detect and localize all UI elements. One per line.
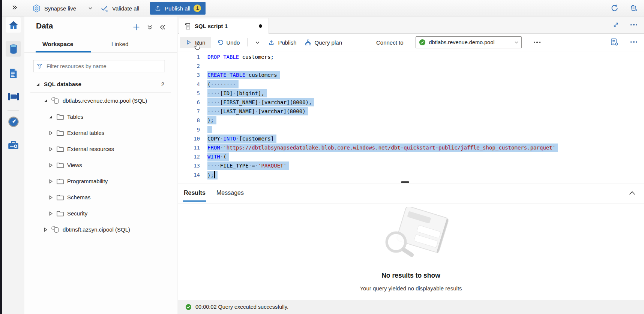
line-number: 1 (178, 54, 200, 60)
no-results-title: No results to show (178, 272, 644, 280)
more-actions-icon[interactable] (630, 24, 638, 25)
connected-check-icon (419, 39, 426, 46)
expand-node-icon[interactable] (48, 195, 54, 200)
code-line-9[interactable]: 9 (178, 125, 644, 134)
query-plan-button[interactable]: Query plan (301, 37, 346, 48)
tree-item-external-resources[interactable]: External resources (24, 141, 177, 157)
code-line-7[interactable]: 7····[LAST_NAME]·[varchar](8000) (178, 107, 644, 116)
code-line-13[interactable]: 13····FILE_TYPE·=·'PARQUET' (178, 161, 644, 170)
run-play-icon (186, 39, 192, 45)
environment-selector[interactable]: Synapse live (32, 3, 93, 14)
collapse-node-icon[interactable] (42, 99, 48, 103)
nav-monitor[interactable] (6, 114, 21, 129)
expand-node-icon[interactable] (48, 163, 54, 167)
status-text: 00:00:02 Query executed successfully. (195, 304, 288, 310)
tree-item-dbtmsft-azsyn-cipool-sql[interactable]: dbtmsft.azsyn.cipool (SQL) (24, 221, 177, 238)
expand-node-icon[interactable] (42, 227, 48, 232)
tab-workspace[interactable]: Workspace (42, 41, 73, 48)
tree-item-security[interactable]: Security (24, 205, 177, 221)
pane-splitter-handle[interactable] (401, 181, 409, 183)
validate-all-button[interactable]: Validate all (101, 3, 139, 14)
tree-item-views[interactable]: Views (24, 157, 177, 173)
collapse-node-icon[interactable] (35, 82, 41, 87)
expand-node-icon[interactable] (48, 211, 54, 216)
tab-linked[interactable]: Linked (111, 41, 129, 48)
no-results-illustration (370, 207, 452, 267)
nav-home[interactable] (6, 17, 21, 33)
collapse-panel-icon[interactable] (159, 24, 166, 30)
run-label: Run (195, 39, 206, 46)
chevron-up-icon[interactable] (629, 190, 636, 196)
code-line-10[interactable]: 10COPY·INTO·[customers] (178, 134, 644, 143)
folder-icon (57, 178, 64, 184)
sql-code-editor[interactable]: 1DROP TABLE customers;23CREATE·TABLE·cus… (178, 51, 644, 184)
publish-button[interactable]: Publish (264, 37, 300, 48)
code-line-14[interactable]: 14); (178, 170, 644, 179)
expand-node-icon[interactable] (48, 147, 54, 151)
code-line-1[interactable]: 1DROP TABLE customers; (178, 52, 644, 61)
more-actions-icon[interactable] (630, 41, 638, 43)
chevron-down-icon[interactable] (88, 6, 93, 11)
undo-button[interactable]: Undo (213, 37, 244, 48)
tree-item-schemas[interactable]: Schemas (24, 189, 177, 205)
expand-editor-icon[interactable] (612, 21, 619, 28)
publish-all-label: Publish all (165, 5, 190, 12)
selection-highlight: WITH·( (207, 153, 229, 161)
results-panel: No results to show Your query yielded no… (178, 203, 644, 300)
expand-all-icon[interactable] (147, 24, 153, 31)
selection-highlight: ····[FIRST_NAME]·[varchar](8000), (207, 98, 314, 106)
code-line-6[interactable]: 6····[FIRST_NAME]·[varchar](8000), (178, 98, 644, 107)
pool-selector[interactable]: dbtlabs.revenue.demo.pool (416, 36, 522, 48)
more-toolbar-actions-icon[interactable] (534, 42, 541, 43)
tree-item-programmability[interactable]: Programmability (24, 173, 177, 189)
line-number: 10 (178, 136, 200, 142)
pipeline-icon (8, 92, 20, 101)
expand-node-icon[interactable] (48, 179, 54, 184)
code-line-11[interactable]: 11FROM·'https://dbtlabsynapsedatalake.bl… (178, 143, 644, 152)
nav-data[interactable] (6, 41, 21, 57)
panel-title: Data (36, 21, 53, 30)
tree-item-dbtlabs-revenue-demo-pool-sql[interactable]: dbtlabs.revenue.demo.pool (SQL) (24, 93, 177, 109)
expand-node-icon[interactable] (48, 131, 54, 135)
discard-icon[interactable] (629, 4, 638, 12)
tab-results[interactable]: Results (184, 190, 206, 196)
nav-integrate[interactable] (6, 89, 21, 104)
tree-item-label: External tables (67, 130, 104, 136)
add-icon[interactable] (132, 23, 140, 31)
filter-input[interactable] (46, 63, 161, 70)
selection-highlight: ); (207, 116, 216, 124)
code-line-8[interactable]: 8); (178, 116, 644, 125)
tree-item-sql-database[interactable]: SQL database2 (24, 76, 177, 92)
nav-develop[interactable] (6, 66, 21, 81)
active-tab-underline (183, 200, 206, 202)
code-line-12[interactable]: 12WITH·( (178, 152, 644, 161)
document-icon (8, 68, 18, 79)
tree-item-external-tables[interactable]: External tables (24, 125, 177, 141)
run-options-chevron-icon[interactable] (255, 40, 260, 45)
validate-all-label: Validate all (112, 5, 139, 12)
data-panel-tabs: Workspace Linked (24, 37, 177, 53)
tree-item-count: 2 (161, 81, 164, 87)
code-line-3[interactable]: 3CREATE·TABLE·customers (178, 70, 644, 79)
line-number: 11 (178, 145, 200, 151)
line-number: 5 (178, 90, 200, 96)
sql-script-tab[interactable]: SQL script 1 (179, 18, 269, 34)
publish-all-button[interactable]: Publish all 1 (150, 2, 206, 15)
view-properties-icon[interactable] (610, 38, 618, 46)
data-panel: Data Workspace Linked SQL database2dbtla… (24, 16, 177, 314)
line-number: 14 (178, 172, 200, 178)
tree-item-tables[interactable]: Tables (24, 109, 177, 125)
run-button[interactable]: Run (180, 37, 211, 48)
double-chevron-right-icon[interactable] (11, 4, 18, 11)
collapse-node-icon[interactable] (48, 115, 54, 119)
folder-icon (57, 130, 64, 136)
code-line-2[interactable]: 2 (178, 61, 644, 70)
refresh-icon[interactable] (610, 4, 619, 12)
folder-icon (57, 114, 64, 120)
nav-manage[interactable] (6, 138, 21, 153)
code-line-5[interactable]: 5····[ID]·[bigint], (178, 89, 644, 98)
toolbar-divider (247, 38, 248, 46)
tab-messages[interactable]: Messages (216, 190, 244, 196)
code-lines: 1DROP TABLE customers;23CREATE·TABLE·cus… (178, 52, 644, 179)
code-line-4[interactable]: 4(········ (178, 80, 644, 89)
